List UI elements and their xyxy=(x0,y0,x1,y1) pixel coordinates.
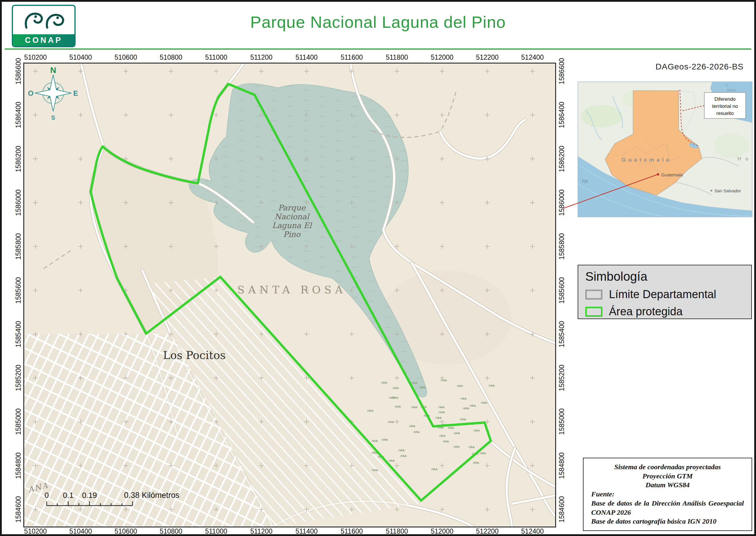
legend-item-protected-area: Área protegida xyxy=(585,305,744,318)
legend: Simbología Límite Departamental Área pro… xyxy=(578,265,752,319)
source-line: Base de datos cartografía básica IGN 201… xyxy=(591,517,744,526)
document-code: DAGeos-226-2026-BS xyxy=(656,62,743,72)
town-label: Los Pocitos xyxy=(163,349,226,362)
grid-coordinate-label: 511000 xyxy=(205,53,227,61)
grid-coordinate-label: 512200 xyxy=(476,53,499,61)
sea-partial-label: Hond xyxy=(726,88,735,92)
grid-coordinate-label: 1586600 xyxy=(15,58,22,84)
grid-coordinate-label: 512000 xyxy=(431,53,454,61)
grid-coordinate-label: 1584800 xyxy=(15,452,22,479)
grid-coordinate-label: 1585200 xyxy=(558,365,566,391)
grid-coordinate-label: 512000 xyxy=(431,527,454,535)
grid-coordinate-label: 1585000 xyxy=(558,409,566,435)
scale-tick-label: 0.19 xyxy=(82,491,97,500)
compass-west-label: O xyxy=(28,89,34,97)
crs-line: Datum WGS84 xyxy=(591,481,744,489)
grid-coordinate-label: 512400 xyxy=(521,527,544,535)
depth-label: 721 xyxy=(582,179,588,184)
grid-coordinate-label: 510600 xyxy=(114,527,137,535)
grid-coordinate-label: 1585000 xyxy=(15,409,22,435)
source-line: Base de datos de la Dirección Análisis G… xyxy=(591,499,744,517)
grid-coordinate-label: 1585800 xyxy=(15,233,22,260)
lake-name-label: Laguna El xyxy=(272,221,312,230)
legend-item-label: Límite Departamental xyxy=(609,288,716,301)
map-sheet: CONAP Parque Nacional Laguna del Pino DA… xyxy=(0,0,756,536)
grid-coordinate-label: 511600 xyxy=(340,527,362,535)
grid-coordinate-label: 511200 xyxy=(250,53,272,61)
protected-area-swatch xyxy=(585,307,602,317)
grid-coordinate-label: 511200 xyxy=(250,527,272,535)
lake-name-label: Nacional xyxy=(274,212,310,221)
main-map-frame: Parque Nacional Laguna El Pino SANTA ROS… xyxy=(23,63,556,527)
note-line: territorial no xyxy=(712,103,738,109)
grid-coordinate-label: 1586400 xyxy=(558,102,566,128)
legend-item-departmental-limit: Límite Departamental xyxy=(585,288,744,301)
credits-box: Sistema de coordenadas proyectadas Proye… xyxy=(583,458,752,531)
grid-coordinate-label: 512200 xyxy=(476,527,499,535)
lake-name-label: Parque xyxy=(278,203,306,212)
grid-coordinate-label: 1586400 xyxy=(15,102,22,128)
grid-coordinate-label: 510400 xyxy=(69,527,92,535)
crs-line: Sistema de coordenadas proyectadas xyxy=(591,462,744,472)
grid-coordinate-label: 1585400 xyxy=(558,321,566,348)
inset-map-canvas: G Hond Diferendo territorial no resuelto… xyxy=(578,82,752,217)
grid-coordinate-label: 512400 xyxy=(521,53,544,61)
legend-title: Simbología xyxy=(585,269,744,284)
departmental-limit-swatch xyxy=(585,289,602,300)
grid-coordinate-label: 1585600 xyxy=(15,277,22,304)
grid-coordinate-label: 1584800 xyxy=(558,452,566,479)
grid-coordinate-label: 510400 xyxy=(69,53,92,61)
grid-coordinate-label: 511800 xyxy=(386,527,408,535)
source-heading: Fuente: xyxy=(591,489,744,499)
inset-locator-map: G Hond Diferendo territorial no resuelto… xyxy=(578,82,752,217)
crs-line: Proyección GTM xyxy=(591,472,744,481)
note-line: Diferendo xyxy=(714,96,736,102)
grid-coordinate-label: 1586000 xyxy=(558,189,566,216)
note-line: resuelto xyxy=(716,111,734,116)
grid-coordinate-label: 511600 xyxy=(340,53,362,61)
grid-coordinate-label: 1585200 xyxy=(15,365,22,391)
conap-logo-text: CONAP xyxy=(13,34,75,46)
grid-coordinate-label: 511000 xyxy=(205,527,227,535)
lake-name-label: Pino xyxy=(283,230,301,239)
grid-coordinate-label: 511400 xyxy=(295,53,317,61)
grid-coordinate-label: 511400 xyxy=(295,527,317,535)
department-label: SANTA ROSA xyxy=(237,284,346,296)
grid-coordinate-label: 1585800 xyxy=(558,233,566,260)
grid-coordinate-label: 1586000 xyxy=(15,189,22,216)
main-map-canvas: Parque Nacional Laguna El Pino SANTA ROS… xyxy=(24,63,555,526)
grid-coordinate-label: 510800 xyxy=(160,527,182,535)
legend-item-label: Área protegida xyxy=(609,305,682,318)
compass-south-label: S xyxy=(51,114,55,121)
grid-coordinate-label: 1585600 xyxy=(558,277,566,304)
header-rule xyxy=(5,49,751,50)
sea-partial-label: G xyxy=(726,83,729,87)
compass-north-label: N xyxy=(50,66,56,75)
grid-coordinate-label: 510800 xyxy=(160,53,182,61)
capital-city-label: Guatemala xyxy=(661,172,683,177)
grid-coordinate-label: 1584600 xyxy=(15,496,22,523)
honduras-partial-label: H o xyxy=(738,156,749,162)
page-title: Parque Nacional Laguna del Pino xyxy=(2,13,754,32)
scale-tick-label: 0 xyxy=(45,491,49,500)
grid-coordinate-label: 1584600 xyxy=(558,496,566,523)
compass-east-label: E xyxy=(73,89,78,97)
grid-coordinate-label: 510200 xyxy=(24,53,47,61)
grid-coordinate-label: 1586200 xyxy=(558,146,566,172)
grid-coordinate-label: 511800 xyxy=(386,53,408,61)
capital-city-dot xyxy=(657,174,659,176)
scale-end-label: 0.38 Kilómetros xyxy=(124,491,179,500)
grid-coordinate-label: 510600 xyxy=(114,53,137,61)
grid-coordinate-label: 1586200 xyxy=(15,146,22,172)
san-salvador-label: San Salvador xyxy=(714,188,741,193)
san-salvador-dot xyxy=(710,190,712,191)
grid-coordinate-label: 1586600 xyxy=(558,58,566,84)
country-name-label: Guatemala xyxy=(621,156,671,163)
grid-coordinate-label: 510200 xyxy=(24,527,47,535)
scale-tick-label: 0.1 xyxy=(63,491,74,500)
grid-coordinate-label: 1585400 xyxy=(15,321,22,348)
